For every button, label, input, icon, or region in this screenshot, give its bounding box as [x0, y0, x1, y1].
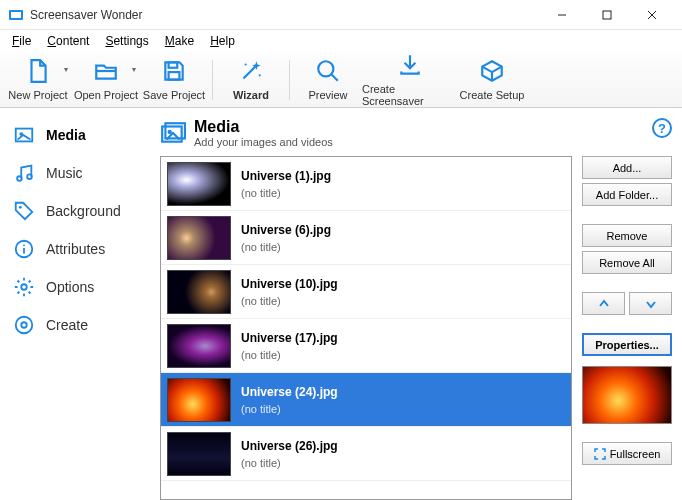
menu-make[interactable]: Make: [157, 32, 202, 50]
media-filename: Universe (1).jpg: [241, 169, 331, 183]
sidebar-item-options[interactable]: Options: [0, 268, 160, 306]
menu-file[interactable]: File: [4, 32, 39, 50]
remove-button[interactable]: Remove: [582, 224, 672, 247]
media-list[interactable]: Universe (1).jpg(no title)Universe (6).j…: [160, 156, 572, 500]
svg-point-21: [21, 284, 27, 290]
svg-point-15: [17, 176, 22, 181]
sidebar-item-media[interactable]: Media: [0, 116, 160, 154]
page-title: Media: [194, 118, 333, 136]
info-icon: [12, 237, 36, 261]
media-icon: [160, 120, 186, 146]
sidebar-label: Attributes: [46, 241, 105, 257]
sidebar-label: Background: [46, 203, 121, 219]
close-button[interactable]: [629, 0, 674, 30]
menubar: File Content Settings Make Help: [0, 30, 682, 52]
wand-icon: [238, 58, 264, 87]
toolbar-label: Preview: [308, 89, 347, 101]
sidebar-label: Music: [46, 165, 83, 181]
disc-icon: [12, 313, 36, 337]
preview-thumbnail: [582, 366, 672, 424]
media-icon: [12, 123, 36, 147]
svg-point-22: [16, 317, 33, 334]
download-icon: [397, 52, 423, 81]
svg-line-8: [243, 66, 256, 79]
page-subtitle: Add your images and videos: [194, 136, 333, 148]
svg-line-12: [331, 74, 338, 81]
sidebar-label: Options: [46, 279, 94, 295]
svg-point-10: [259, 74, 261, 76]
toolbar-create-setup[interactable]: Create Setup: [458, 53, 526, 107]
titlebar: Screensaver Wonder: [0, 0, 682, 30]
sidebar-item-background[interactable]: Background: [0, 192, 160, 230]
media-thumbnail: [167, 216, 231, 260]
sidebar-item-create[interactable]: Create: [0, 306, 160, 344]
fullscreen-button[interactable]: Fullscreen: [582, 442, 672, 465]
media-subtitle: (no title): [241, 295, 338, 307]
remove-all-button[interactable]: Remove All: [582, 251, 672, 274]
toolbar-label: Open Project: [74, 89, 138, 101]
media-filename: Universe (6).jpg: [241, 223, 331, 237]
toolbar-label: New Project: [8, 89, 67, 101]
menu-settings[interactable]: Settings: [97, 32, 156, 50]
minimize-button[interactable]: [539, 0, 584, 30]
toolbar-save-project[interactable]: Save Project: [140, 53, 208, 107]
media-thumbnail: [167, 432, 231, 476]
help-icon[interactable]: ?: [652, 118, 672, 138]
media-filename: Universe (26).jpg: [241, 439, 338, 453]
media-row[interactable]: Universe (1).jpg(no title): [161, 157, 571, 211]
toolbar-label: Save Project: [143, 89, 205, 101]
add-folder-button[interactable]: Add Folder...: [582, 183, 672, 206]
media-row[interactable]: Universe (26).jpg(no title): [161, 427, 571, 481]
media-subtitle: (no title): [241, 349, 338, 361]
media-subtitle: (no title): [241, 403, 338, 415]
sidebar-item-attributes[interactable]: Attributes: [0, 230, 160, 268]
preview-icon: [315, 58, 341, 87]
add-button[interactable]: Add...: [582, 156, 672, 179]
svg-point-11: [318, 61, 333, 76]
move-up-button[interactable]: [582, 292, 625, 315]
gear-icon: [12, 275, 36, 299]
toolbar-create-screensaver[interactable]: Create Screensaver: [362, 53, 458, 107]
sidebar-label: Create: [46, 317, 88, 333]
svg-rect-3: [603, 11, 611, 19]
box-icon: [479, 58, 505, 87]
media-row[interactable]: Universe (10).jpg(no title): [161, 265, 571, 319]
save-icon: [161, 58, 187, 87]
toolbar-separator: [212, 60, 213, 100]
file-icon: [25, 58, 51, 87]
toolbar-separator: [289, 60, 290, 100]
media-subtitle: (no title): [241, 187, 331, 199]
toolbar: New Project▾Open Project▾Save ProjectWiz…: [0, 52, 682, 108]
toolbar-preview[interactable]: Preview: [294, 53, 362, 107]
menu-help[interactable]: Help: [202, 32, 243, 50]
toolbar-label: Create Setup: [460, 89, 525, 101]
media-subtitle: (no title): [241, 241, 331, 253]
chevron-down-icon: ▾: [132, 65, 136, 74]
maximize-button[interactable]: [584, 0, 629, 30]
fullscreen-label: Fullscreen: [610, 448, 661, 460]
toolbar-new-project[interactable]: New Project▾: [4, 53, 72, 107]
media-filename: Universe (24).jpg: [241, 385, 338, 399]
media-thumbnail: [167, 324, 231, 368]
window-title: Screensaver Wonder: [30, 8, 539, 22]
sidebar: MediaMusicBackgroundAttributesOptionsCre…: [0, 108, 160, 500]
media-thumbnail: [167, 162, 231, 206]
sidebar-item-music[interactable]: Music: [0, 154, 160, 192]
menu-content[interactable]: Content: [39, 32, 97, 50]
svg-point-17: [19, 206, 22, 209]
toolbar-label: Create Screensaver: [362, 83, 458, 107]
media-filename: Universe (10).jpg: [241, 277, 338, 291]
svg-point-16: [27, 174, 32, 179]
media-row[interactable]: Universe (17).jpg(no title): [161, 319, 571, 373]
toolbar-open-project[interactable]: Open Project▾: [72, 53, 140, 107]
svg-point-9: [245, 63, 247, 65]
media-row[interactable]: Universe (24).jpg(no title): [161, 373, 571, 427]
media-thumbnail: [167, 270, 231, 314]
chevron-down-icon: ▾: [64, 65, 68, 74]
music-icon: [12, 161, 36, 185]
move-down-button[interactable]: [629, 292, 672, 315]
toolbar-wizard[interactable]: Wizard: [217, 53, 285, 107]
media-row[interactable]: Universe (6).jpg(no title): [161, 211, 571, 265]
folder-icon: [93, 58, 119, 87]
properties-button[interactable]: Properties...: [582, 333, 672, 356]
